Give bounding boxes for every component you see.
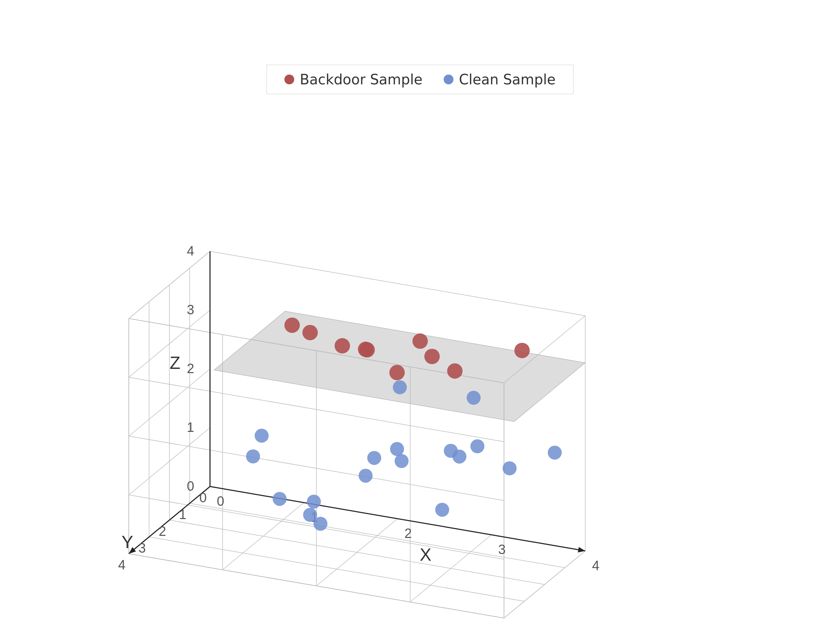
backdoor-sample-dot — [358, 342, 373, 357]
backdoor-sample-dot — [302, 325, 318, 340]
clean-sample-dot — [503, 461, 516, 475]
backdoor-sample-dot — [424, 349, 440, 364]
svg-text:Z: Z — [170, 353, 181, 373]
svg-text:0: 0 — [187, 479, 194, 494]
svg-text:0: 0 — [199, 490, 207, 505]
clean-sample-dot — [273, 492, 287, 506]
svg-text:4: 4 — [187, 243, 194, 258]
3d-plot: .grid-line { stroke: #bbbbbb; stroke-wid… — [0, 0, 840, 630]
svg-text:1: 1 — [187, 420, 194, 435]
clean-sample-dot — [367, 451, 381, 465]
clean-sample-dot — [548, 445, 562, 459]
backdoor-sample-dot — [284, 317, 300, 333]
backdoor-sample-dot — [447, 363, 463, 379]
clean-sample-dot — [390, 442, 404, 456]
svg-line-34 — [210, 251, 585, 316]
svg-text:0: 0 — [217, 494, 224, 508]
backdoor-sample-dot — [515, 343, 530, 358]
svg-text:4: 4 — [118, 557, 125, 572]
svg-line-5 — [316, 519, 398, 586]
svg-text:2: 2 — [404, 526, 412, 541]
backdoor-sample-dot — [389, 365, 404, 380]
chart-container: Backdoor Sample Clean Sample .grid-line … — [0, 0, 840, 630]
svg-text:3: 3 — [138, 541, 145, 556]
clean-sample-dot — [359, 469, 373, 483]
clean-sample-dot — [393, 381, 407, 395]
svg-text:4: 4 — [592, 558, 599, 573]
svg-text:Y: Y — [122, 532, 133, 552]
svg-text:2: 2 — [159, 524, 166, 538]
svg-text:3: 3 — [498, 542, 505, 557]
svg-text:X: X — [420, 545, 431, 565]
clean-sample-dot — [471, 439, 485, 453]
svg-line-6 — [149, 537, 524, 601]
clean-sample-dot — [467, 391, 480, 404]
backdoor-sample-dot — [412, 333, 428, 349]
clean-sample-dot — [246, 449, 260, 463]
clean-sample-dot — [395, 454, 409, 468]
clean-sample-dot — [453, 449, 467, 463]
clean-sample-dot — [307, 494, 321, 508]
clean-sample-dot — [303, 508, 317, 522]
clean-sample-dot — [255, 429, 269, 443]
svg-line-32 — [504, 551, 585, 618]
svg-text:2: 2 — [187, 361, 194, 376]
svg-text:3: 3 — [187, 302, 194, 317]
backdoor-sample-dot — [335, 338, 350, 354]
clean-sample-dot — [435, 503, 449, 516]
svg-text:1: 1 — [179, 507, 186, 522]
